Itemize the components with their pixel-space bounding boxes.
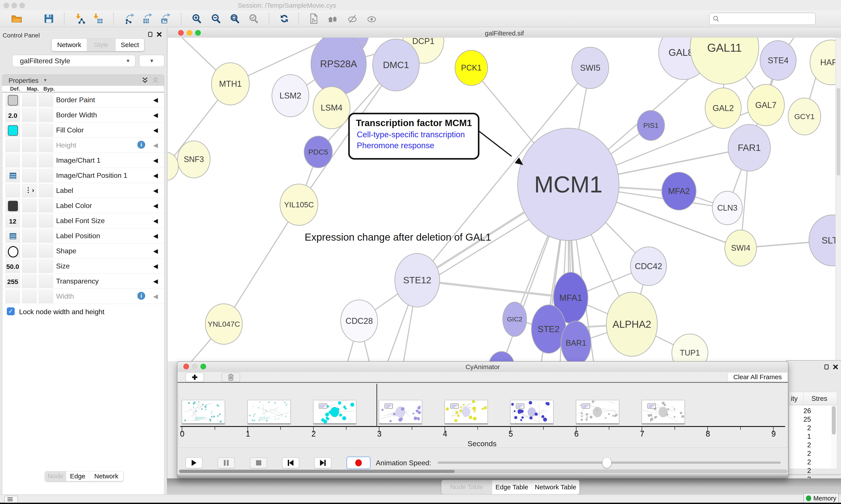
tab-edge-table[interactable]: Edge Table bbox=[492, 480, 532, 494]
record-button[interactable] bbox=[346, 456, 371, 469]
bypass-cell[interactable] bbox=[39, 139, 53, 152]
mapping-cell[interactable] bbox=[22, 199, 37, 212]
network-node-cln3[interactable]: CLN3 bbox=[712, 191, 742, 225]
table-cell[interactable]: 2 bbox=[789, 458, 811, 466]
close-panel-icon[interactable] bbox=[833, 364, 838, 370]
table-cell[interactable]: 2 bbox=[789, 424, 811, 432]
import-table-icon[interactable] bbox=[92, 13, 103, 24]
tab-edge[interactable]: Edge bbox=[66, 471, 89, 481]
expand-property-icon[interactable]: ◀ bbox=[153, 232, 158, 239]
property-row-border-width[interactable]: 2.0Border Width◀ bbox=[2, 108, 164, 123]
info-icon[interactable]: i bbox=[137, 292, 145, 300]
expand-property-icon[interactable]: ◀ bbox=[153, 247, 158, 255]
expand-property-icon[interactable]: ◀ bbox=[153, 263, 158, 270]
mapping-cell[interactable] bbox=[22, 139, 37, 152]
network-node-pdc5[interactable]: PDC5 bbox=[304, 136, 333, 168]
frame-thumbnail-2[interactable] bbox=[313, 400, 356, 424]
default-value-cell[interactable]: 50.0 bbox=[5, 260, 20, 273]
network-node-gic2[interactable]: GIC2 bbox=[502, 302, 527, 337]
skip-start-button[interactable] bbox=[282, 457, 299, 468]
property-row-label[interactable]: ⋮›Label◀ bbox=[2, 183, 164, 198]
default-value-cell[interactable] bbox=[5, 184, 20, 197]
expand-property-icon[interactable]: ◀ bbox=[153, 217, 158, 224]
clear-all-frames-button[interactable]: Clear All Frames bbox=[728, 373, 788, 382]
add-frame-button[interactable] bbox=[185, 373, 204, 382]
network-node-ste4[interactable]: STE4 bbox=[760, 40, 797, 80]
network-node-swi5[interactable]: SWI5 bbox=[571, 47, 609, 89]
network-node-gal2[interactable]: GAL2 bbox=[705, 88, 741, 129]
property-row-shape[interactable]: Shape◀ bbox=[2, 244, 164, 258]
expand-property-icon[interactable]: ◀ bbox=[153, 187, 158, 194]
export-image-icon[interactable] bbox=[160, 13, 171, 24]
expand-all-icon[interactable] bbox=[141, 77, 149, 84]
bypass-cell[interactable] bbox=[39, 154, 53, 167]
bypass-cell[interactable] bbox=[39, 260, 53, 273]
float-panel-icon[interactable] bbox=[824, 364, 829, 370]
property-row-border-paint[interactable]: Border Paint◀ bbox=[2, 92, 164, 108]
open-icon[interactable] bbox=[11, 13, 22, 24]
home-neighbors-icon[interactable] bbox=[327, 13, 338, 24]
bypass-cell[interactable] bbox=[39, 290, 53, 303]
expand-property-icon[interactable]: ◀ bbox=[153, 157, 158, 164]
table-cell[interactable]: 26 bbox=[789, 407, 811, 415]
network-node-dmc1[interactable]: DMC1 bbox=[372, 39, 419, 91]
default-value-cell[interactable]: 255 bbox=[5, 275, 20, 288]
play-button[interactable] bbox=[185, 457, 202, 468]
expand-property-icon[interactable]: ◀ bbox=[153, 172, 158, 179]
tab-node-table[interactable]: Node Table bbox=[442, 480, 492, 494]
frame-thumbnail-4[interactable] bbox=[445, 400, 488, 424]
annotation-box[interactable]: Transcription factor MCM1 Cell-type-spec… bbox=[348, 113, 479, 160]
bypass-cell[interactable] bbox=[39, 93, 53, 107]
network-node-mcm1[interactable]: MCM1 bbox=[517, 128, 619, 241]
zoom-in-icon[interactable] bbox=[192, 13, 202, 24]
table-cell[interactable]: 1 bbox=[789, 433, 811, 440]
timeline-scrollbar[interactable] bbox=[179, 469, 788, 473]
network-node-mth1[interactable]: MTH1 bbox=[211, 62, 250, 105]
default-value-cell[interactable] bbox=[5, 230, 20, 242]
bypass-cell[interactable] bbox=[39, 169, 53, 182]
zoom-out-icon[interactable] bbox=[211, 13, 222, 24]
collapse-all-icon[interactable] bbox=[152, 77, 159, 84]
table-cell[interactable]: 2 bbox=[789, 467, 811, 475]
default-value-cell[interactable]: 12 bbox=[5, 214, 20, 228]
table-scrollbar[interactable] bbox=[831, 405, 836, 468]
bypass-cell[interactable] bbox=[39, 199, 53, 212]
default-value-cell[interactable] bbox=[5, 93, 20, 107]
mapping-cell[interactable] bbox=[22, 230, 37, 242]
network-node-cdc28[interactable]: CDC28 bbox=[340, 300, 378, 342]
table-cell[interactable]: 2 bbox=[789, 450, 811, 457]
column-header[interactable]: ity bbox=[791, 395, 798, 403]
property-row-fill-color[interactable]: Fill Color◀ bbox=[2, 123, 164, 138]
mapping-cell[interactable] bbox=[22, 275, 37, 288]
table-cell[interactable]: 2 bbox=[789, 441, 811, 449]
expand-property-icon[interactable]: ◀ bbox=[153, 293, 158, 300]
table-cell[interactable]: 25 bbox=[789, 416, 811, 424]
property-row-image-chart-1[interactable]: Image/Chart 1◀ bbox=[2, 153, 164, 168]
search-box[interactable] bbox=[709, 13, 816, 25]
frame-thumbnail-3[interactable] bbox=[379, 400, 422, 424]
cyanimator-titlebar[interactable]: CyAnimator bbox=[177, 362, 788, 372]
mapping-cell[interactable] bbox=[22, 260, 37, 273]
column-header[interactable]: Stres bbox=[811, 395, 827, 403]
frame-thumbnail-0[interactable] bbox=[182, 400, 225, 424]
mapping-cell[interactable] bbox=[22, 124, 37, 137]
network-window-titlebar[interactable]: galFiltered.sif bbox=[168, 28, 841, 38]
stop-button[interactable] bbox=[250, 457, 267, 468]
network-node-snf3[interactable]: SNF3 bbox=[177, 141, 211, 178]
table-body[interactable]: ity Stres 26252122222 bbox=[789, 392, 837, 469]
tab-select[interactable]: Select bbox=[115, 39, 144, 51]
mapping-cell[interactable]: ⋮› bbox=[22, 184, 37, 197]
network-node-yil105c[interactable]: YIL105C bbox=[280, 184, 318, 226]
network-node-swi4[interactable]: SWI4 bbox=[724, 230, 757, 267]
doc-network-icon[interactable] bbox=[308, 13, 319, 24]
tab-network-table[interactable]: Network Table bbox=[532, 480, 579, 494]
tab-style[interactable]: Style bbox=[87, 39, 115, 51]
pause-button[interactable] bbox=[218, 457, 235, 468]
default-value-cell[interactable] bbox=[5, 139, 20, 152]
delete-frame-button[interactable] bbox=[222, 373, 240, 382]
properties-header[interactable]: Properties ▾ bbox=[2, 74, 164, 86]
mapping-cell[interactable] bbox=[22, 245, 37, 258]
info-icon[interactable]: i bbox=[137, 141, 145, 149]
expand-property-icon[interactable]: ◀ bbox=[153, 142, 158, 149]
bypass-cell[interactable] bbox=[39, 214, 53, 228]
